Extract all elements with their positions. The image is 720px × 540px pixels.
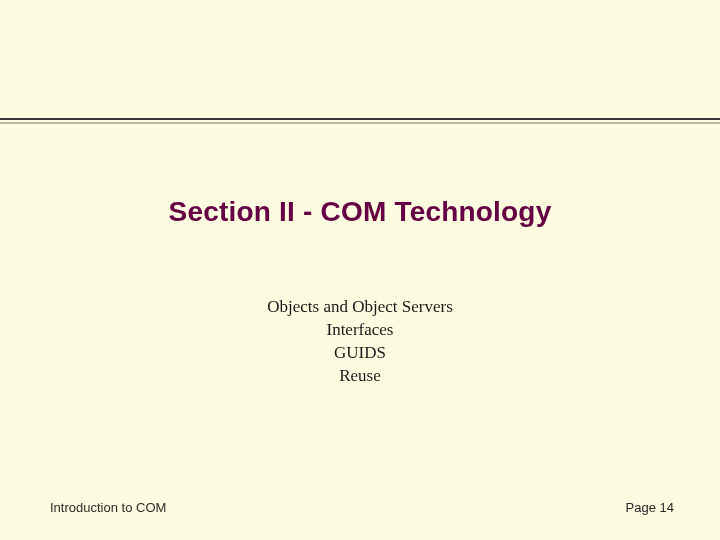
subtitle-item: Interfaces <box>0 319 720 342</box>
slide-title: Section II - COM Technology <box>0 196 720 228</box>
footer-left: Introduction to COM <box>50 500 166 515</box>
divider-dark <box>0 118 720 120</box>
subtitle-item: Reuse <box>0 365 720 388</box>
subtitle-list: Objects and Object Servers Interfaces GU… <box>0 296 720 388</box>
subtitle-item: GUIDS <box>0 342 720 365</box>
divider-light <box>0 122 720 124</box>
footer-right: Page 14 <box>626 500 674 515</box>
subtitle-item: Objects and Object Servers <box>0 296 720 319</box>
